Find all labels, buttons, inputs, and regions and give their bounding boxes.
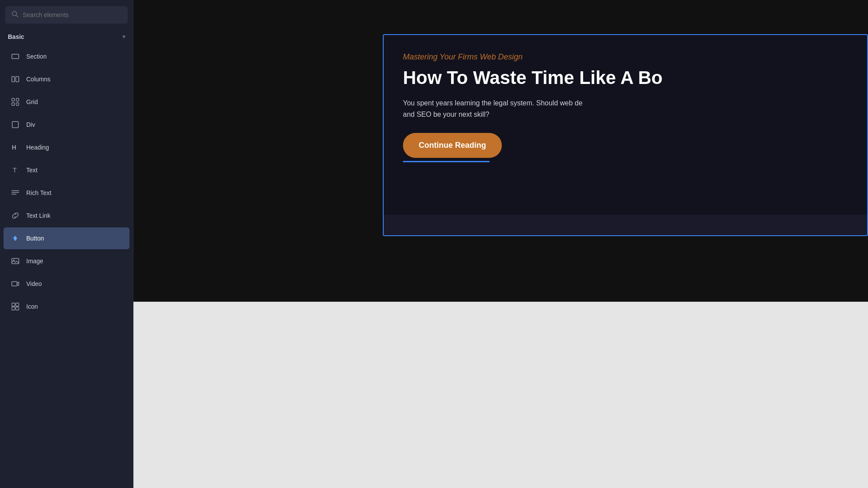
heading-icon: H <box>10 143 20 152</box>
sidebar-item-section[interactable]: Section <box>4 45 130 67</box>
svg-rect-9 <box>12 122 18 128</box>
canvas-light-section <box>133 302 868 488</box>
continue-reading-button-wrapper[interactable]: Continue Reading <box>403 133 502 158</box>
rich-text-label: Rich Text <box>26 189 51 196</box>
svg-rect-4 <box>16 77 19 82</box>
svg-line-1 <box>16 15 18 17</box>
search-bar[interactable] <box>5 6 128 24</box>
text-link-icon <box>10 211 20 220</box>
div-icon <box>10 120 20 129</box>
sidebar-item-grid[interactable]: Grid <box>4 91 130 113</box>
blog-title: How To Waste Time Like A Bo <box>403 68 848 88</box>
search-input[interactable] <box>23 11 122 18</box>
video-icon <box>10 279 20 289</box>
sidebar-item-rich-text[interactable]: Rich Text <box>4 182 130 204</box>
continue-reading-button[interactable]: Continue Reading <box>403 133 502 158</box>
section-label: Section <box>26 53 47 60</box>
svg-rect-8 <box>16 103 19 105</box>
button-selection-indicator <box>403 161 490 162</box>
svg-text:H: H <box>12 144 16 151</box>
search-icon <box>11 10 18 19</box>
sidebar-item-heading[interactable]: H Heading <box>4 136 130 158</box>
icon-label: Icon <box>26 303 38 310</box>
text-link-label: Text Link <box>26 212 50 219</box>
section-icon <box>10 52 20 61</box>
text-label: Text <box>26 167 38 174</box>
rich-text-icon <box>10 188 20 198</box>
video-label: Video <box>26 280 42 287</box>
columns-icon <box>10 74 20 84</box>
svg-rect-17 <box>12 282 17 286</box>
blog-subtitle: Mastering Your Firms Web Design <box>403 52 848 62</box>
sidebar-item-columns[interactable]: Columns <box>4 68 130 90</box>
sidebar: Basic ▾ Section Columns <box>0 0 133 488</box>
icon-element-icon <box>10 302 20 311</box>
columns-label: Columns <box>26 76 50 83</box>
canvas-area: Mastering Your Firms Web Design How To W… <box>133 0 868 488</box>
svg-rect-2 <box>12 54 19 59</box>
svg-rect-19 <box>16 303 19 306</box>
svg-rect-18 <box>12 303 15 306</box>
button-label: Button <box>26 235 44 242</box>
sidebar-item-image[interactable]: Image <box>4 250 130 272</box>
grid-label: Grid <box>26 98 38 105</box>
svg-rect-5 <box>12 98 14 101</box>
image-label: Image <box>26 258 43 265</box>
chevron-down-icon[interactable]: ▾ <box>122 34 125 40</box>
canvas-dark-section: Mastering Your Firms Web Design How To W… <box>133 0 868 302</box>
sidebar-item-button[interactable]: Button <box>4 227 130 249</box>
sidebar-item-text-link[interactable]: Text Link <box>4 205 130 227</box>
grid-icon <box>10 97 20 107</box>
basic-section-label: Basic <box>8 33 24 40</box>
sidebar-item-div[interactable]: Div <box>4 114 130 136</box>
svg-text:T: T <box>13 166 17 174</box>
button-icon <box>10 234 20 243</box>
elements-list: Section Columns Grid <box>0 45 133 317</box>
svg-rect-6 <box>16 98 19 101</box>
image-icon <box>10 256 20 266</box>
text-icon: T <box>10 165 20 175</box>
svg-rect-7 <box>12 103 14 105</box>
blog-description: You spent years learning the legal syste… <box>403 98 848 120</box>
svg-rect-21 <box>16 307 19 310</box>
svg-rect-3 <box>12 77 14 82</box>
blog-card-selected[interactable]: Mastering Your Firms Web Design How To W… <box>383 34 868 236</box>
sidebar-item-video[interactable]: Video <box>4 273 130 295</box>
sidebar-item-text[interactable]: T Text <box>4 159 130 181</box>
card-bottom <box>384 158 867 215</box>
basic-section-header: Basic ▾ <box>0 31 133 45</box>
svg-rect-20 <box>12 307 15 310</box>
heading-label: Heading <box>26 144 49 151</box>
blog-card-content: Mastering Your Firms Web Design How To W… <box>384 35 867 158</box>
div-label: Div <box>26 121 35 128</box>
sidebar-item-icon[interactable]: Icon <box>4 296 130 317</box>
